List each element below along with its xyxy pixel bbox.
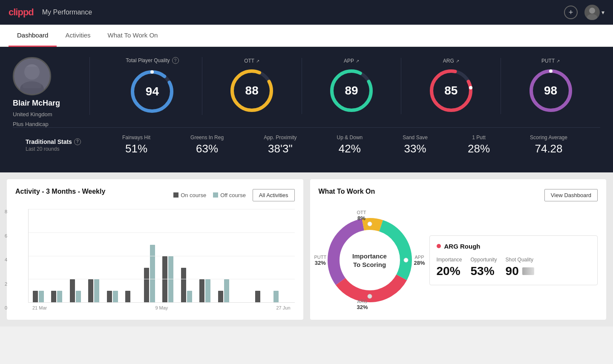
player-country: United Kingdom bbox=[13, 111, 52, 118]
bar-group-4 bbox=[88, 279, 105, 302]
svg-point-7 bbox=[150, 70, 154, 74]
bar-off-4 bbox=[94, 279, 99, 302]
stat-greens-label: Greens In Reg bbox=[190, 135, 224, 140]
what-to-work-on-card: What To Work On View Dashboard bbox=[310, 179, 607, 320]
putt-donut-label: PUTT 32% bbox=[314, 255, 327, 266]
all-activities-button[interactable]: All Activities bbox=[253, 189, 295, 201]
bar-group-6 bbox=[125, 291, 142, 302]
y-label-4: 4 bbox=[5, 257, 7, 262]
metric-opportunity-label: Opportunity bbox=[471, 257, 497, 263]
logo: clippd bbox=[9, 7, 34, 18]
bar-off-2 bbox=[57, 291, 62, 302]
stat-greens-value: 63% bbox=[196, 142, 218, 155]
total-quality-label: Total Player Quality bbox=[126, 57, 170, 63]
bar-on-7 bbox=[144, 268, 149, 302]
svg-point-25 bbox=[368, 294, 372, 298]
bar-on-10 bbox=[199, 279, 204, 302]
x-label-mar: 21 Mar bbox=[32, 305, 47, 310]
stats-banner-top: Blair McHarg United Kingdom Plus Handica… bbox=[13, 57, 600, 127]
add-button[interactable]: + bbox=[564, 6, 578, 19]
arg-label: ARG ↗ bbox=[443, 58, 459, 64]
header: clippd My Performance + ▾ bbox=[0, 0, 613, 25]
svg-rect-4 bbox=[23, 67, 41, 88]
trad-stats-items: Fairways Hit 51% Greens In Reg 63% App. … bbox=[102, 135, 587, 155]
stat-sand-label: Sand Save bbox=[403, 135, 428, 140]
bar-off-5 bbox=[113, 291, 118, 302]
bar-on-13 bbox=[255, 291, 260, 302]
tab-dashboard[interactable]: Dashboard bbox=[9, 25, 57, 47]
stat-sand-save: Sand Save 33% bbox=[403, 135, 428, 155]
stat-app-proximity: App. Proximity 38'3" bbox=[264, 135, 296, 155]
stat-sand-value: 33% bbox=[404, 142, 426, 155]
app-trend-icon: ↗ bbox=[356, 59, 359, 63]
on-course-label: On course bbox=[181, 192, 206, 198]
svg-point-23 bbox=[368, 222, 372, 226]
donut-line2: To Scoring bbox=[352, 260, 387, 269]
player-avatar bbox=[13, 57, 51, 95]
app-label: APP ↗ bbox=[344, 58, 359, 64]
app-donut-label: APP 28% bbox=[414, 255, 425, 266]
bar-off-7 bbox=[150, 245, 155, 302]
stat-app-label: App. Proximity bbox=[264, 135, 296, 140]
quality-scores: Total Player Quality ? 94 OTT ↗ bbox=[89, 57, 600, 115]
user-menu-button[interactable]: ▾ bbox=[584, 5, 604, 20]
y-label-6: 6 bbox=[5, 233, 7, 238]
info-icon[interactable]: ? bbox=[172, 57, 179, 64]
bar-group-2 bbox=[51, 291, 68, 302]
bar-group-14 bbox=[273, 291, 290, 302]
trad-stats-title: Traditional Stats bbox=[26, 138, 72, 145]
activity-card: Activity - 3 Months - Weekly On course O… bbox=[7, 179, 303, 320]
total-quality-block: Total Player Quality ? 94 bbox=[103, 57, 202, 115]
bar-on-1 bbox=[33, 291, 38, 302]
detail-title-text: ARG Rough bbox=[444, 243, 481, 250]
avatar bbox=[584, 5, 600, 20]
donut-line1: Importance bbox=[352, 252, 387, 261]
trad-stats-info-icon[interactable]: ? bbox=[74, 138, 81, 145]
tab-activities[interactable]: Activities bbox=[57, 25, 99, 47]
putt-label: PUTT ↗ bbox=[541, 58, 560, 64]
bar-off-14 bbox=[273, 291, 279, 302]
putt-trend-icon: ↗ bbox=[556, 59, 560, 63]
stat-fairways-hit: Fairways Hit 51% bbox=[122, 135, 150, 155]
detail-card-title: ARG Rough bbox=[437, 243, 591, 250]
bar-on-9 bbox=[181, 268, 186, 302]
ott-gauge: 88 bbox=[228, 67, 275, 114]
chevron-down-icon: ▾ bbox=[601, 9, 604, 16]
metric-shot-quality: Shot Quality 90 bbox=[506, 257, 534, 278]
bar-group-1 bbox=[33, 291, 49, 302]
putt-block: PUTT ↗ 98 bbox=[501, 58, 600, 114]
detail-dot bbox=[437, 244, 441, 248]
bar-off-3 bbox=[76, 291, 81, 302]
stat-up-down: Up & Down 42% bbox=[337, 135, 363, 155]
x-label-jun: 27 Jun bbox=[276, 305, 290, 310]
chart-title: Activity - 3 Months - Weekly bbox=[15, 188, 105, 195]
player-info: Blair McHarg United Kingdom Plus Handica… bbox=[13, 57, 89, 127]
view-dashboard-button[interactable]: View Dashboard bbox=[544, 189, 598, 201]
detail-card: ARG Rough Importance 20% Opportunity 53%… bbox=[429, 235, 598, 285]
off-course-label: Off course bbox=[220, 192, 246, 198]
arg-block: ARG ↗ 85 bbox=[401, 58, 501, 114]
trad-stats-label: Traditional Stats ? Last 20 rounds bbox=[26, 138, 102, 152]
on-course-dot bbox=[173, 192, 178, 198]
x-label-may: 9 May bbox=[155, 305, 168, 310]
svg-point-24 bbox=[404, 258, 408, 262]
wtwo-content: Importance To Scoring OTT 8% APP 28% ARG… bbox=[319, 209, 598, 311]
bar-off-11 bbox=[224, 279, 229, 302]
putt-score: 98 bbox=[544, 84, 557, 97]
bar-off-9 bbox=[187, 291, 192, 302]
off-course-dot bbox=[213, 192, 218, 198]
tab-what-to-work-on[interactable]: What To Work On bbox=[99, 25, 167, 47]
ott-donut-label: OTT 8% bbox=[357, 210, 366, 221]
total-quality-score: 94 bbox=[146, 85, 159, 98]
bar-on-3 bbox=[70, 279, 75, 302]
bottom-section: Activity - 3 Months - Weekly On course O… bbox=[0, 172, 613, 327]
stats-banner: Blair McHarg United Kingdom Plus Handica… bbox=[0, 47, 613, 172]
svg-point-0 bbox=[589, 8, 595, 14]
bar-on-2 bbox=[51, 291, 56, 302]
bar-group-13 bbox=[255, 291, 272, 302]
stat-1putt-label: 1 Putt bbox=[472, 135, 485, 140]
shot-quality-swatch bbox=[522, 267, 534, 275]
stat-updown-value: 42% bbox=[339, 142, 361, 155]
donut-chart: Importance To Scoring OTT 8% APP 28% ARG… bbox=[319, 209, 421, 311]
y-label-0: 0 bbox=[5, 305, 7, 310]
